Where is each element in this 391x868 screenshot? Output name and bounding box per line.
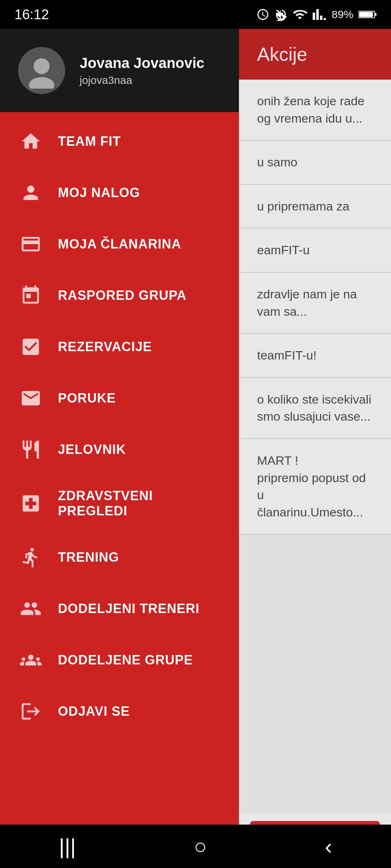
- list-item-text: eamFIT-u: [257, 243, 310, 257]
- svg-point-3: [34, 58, 50, 74]
- sidebar-item-trening[interactable]: TRENING: [0, 532, 239, 583]
- home-button[interactable]: ○: [179, 827, 221, 866]
- logout-icon: [18, 699, 43, 724]
- user-profile[interactable]: Jovana Jovanovic jojova3naa: [0, 29, 239, 112]
- list-item: u pripremama za: [239, 185, 391, 229]
- sidebar-label-odjavi-se: ODJAVI SE: [58, 704, 130, 719]
- sidebar-label-moja-clanarina: MOJA ČLANARINA: [58, 237, 181, 252]
- wifi-icon: [293, 7, 307, 22]
- recent-apps-button[interactable]: |||: [45, 827, 91, 866]
- sidebar-label-dodeljene-grupe: DODELJENE GRUPE: [58, 652, 193, 668]
- mail-icon: [18, 386, 43, 411]
- sidebar-label-poruke: PORUKE: [58, 391, 116, 406]
- sidebar-item-zdravstveni-pregledi[interactable]: ZDRAVSTVENI PREGLEDI: [0, 475, 239, 532]
- home-icon: [18, 129, 43, 154]
- sidebar-item-poruke[interactable]: PORUKE: [0, 373, 239, 424]
- sidebar-label-zdravstveni-pregledi: ZDRAVSTVENI PREGLEDI: [58, 488, 221, 519]
- calendar-icon: [18, 283, 43, 308]
- user-name: Jovana Jovanovic: [80, 55, 205, 71]
- sidebar-item-moj-nalog[interactable]: MOJ NALOG: [0, 167, 239, 218]
- sidebar-item-dodeljene-grupe[interactable]: DODELJENE GRUPE: [0, 634, 239, 686]
- sidebar-item-rezervacije[interactable]: REZERVACIJE: [0, 321, 239, 373]
- status-icons: 89%: [256, 7, 377, 22]
- sidebar-item-dodeljeni-treneri[interactable]: DODELJENI TRENERI: [0, 583, 239, 634]
- main-container: Jovana Jovanovic jojova3naa TEAM FIT MOJ…: [0, 29, 391, 868]
- content-header-title: Akcije: [257, 43, 307, 65]
- battery-icon: [358, 9, 377, 20]
- alarm-icon: [256, 8, 269, 21]
- sidebar-item-team-fit[interactable]: TEAM FIT: [0, 116, 239, 167]
- user-info: Jovana Jovanovic jojova3naa: [80, 55, 205, 86]
- list-item: teamFIT-u!: [239, 334, 391, 378]
- content-header: Akcije: [239, 29, 391, 80]
- person-workout-icon: [18, 545, 43, 570]
- status-bar: 16:12 89%: [0, 0, 391, 29]
- nav-list: TEAM FIT MOJ NALOG MOJA ČLANARINA: [0, 112, 239, 868]
- sidebar-label-trening: TRENING: [58, 550, 119, 565]
- back-button[interactable]: ‹: [310, 827, 346, 866]
- sidebar-item-odjavi-se[interactable]: ODJAVI SE: [0, 686, 239, 737]
- avatar-icon: [24, 52, 60, 89]
- list-item-text: MART !pripremio popust odu članarinu.Ume…: [257, 454, 366, 519]
- list-item-text: o koliko ste iscekivalismo slusajuci vas…: [257, 392, 371, 424]
- fork-icon: [18, 437, 43, 462]
- list-item: eamFIT-u: [239, 229, 391, 273]
- sidebar-label-dodeljeni-treneri: DODELJENI TRENERI: [58, 601, 199, 616]
- avatar: [18, 47, 65, 94]
- sidebar-label-raspored-grupa: RASPORED GRUPA: [58, 288, 186, 303]
- checkmark-icon: [18, 334, 43, 359]
- list-item: onih žena koje radeog vremena idu u...: [239, 80, 391, 141]
- list-item: u samo: [239, 141, 391, 185]
- group-icon: [18, 596, 43, 621]
- sidebar-label-jelovnik: JELOVNIK: [58, 442, 126, 457]
- list-item: zdravlje nam je navam sa...: [239, 273, 391, 334]
- svg-point-4: [29, 77, 54, 89]
- person-icon: [18, 180, 43, 205]
- sidebar-label-team-fit: TEAM FIT: [58, 134, 121, 149]
- medkit-icon: [18, 491, 43, 516]
- card-icon: [18, 231, 43, 257]
- sidebar-item-moja-clanarina[interactable]: MOJA ČLANARINA: [0, 218, 239, 270]
- sidebar-label-moj-nalog: MOJ NALOG: [58, 185, 140, 200]
- sidebar: Jovana Jovanovic jojova3naa TEAM FIT MOJ…: [0, 29, 239, 868]
- sidebar-item-jelovnik[interactable]: JELOVNIK: [0, 424, 239, 475]
- list-item: o koliko ste iscekivalismo slusajuci vas…: [239, 378, 391, 439]
- mute-icon: [274, 8, 287, 21]
- sidebar-label-rezervacije: REZERVACIJE: [58, 339, 152, 354]
- signal-icon: [312, 7, 327, 22]
- battery-level: 89%: [332, 8, 353, 21]
- content-list: onih žena koje radeog vremena idu u... u…: [239, 80, 391, 814]
- list-item-text: teamFIT-u!: [257, 348, 316, 362]
- content-area: Akcije onih žena koje radeog vremena idu…: [239, 29, 391, 868]
- list-item-text: u samo: [257, 155, 298, 169]
- sidebar-item-raspored-grupa[interactable]: RASPORED GRUPA: [0, 270, 239, 321]
- svg-rect-1: [375, 13, 377, 16]
- group2-icon: [18, 647, 43, 673]
- list-item-text: onih žena koje radeog vremena idu u...: [257, 94, 365, 125]
- svg-rect-2: [359, 12, 373, 17]
- list-item-text: zdravlje nam je navam sa...: [257, 287, 357, 318]
- user-username: jojova3naa: [80, 74, 205, 86]
- nav-bar: ||| ○ ‹: [0, 825, 391, 868]
- status-time: 16:12: [14, 7, 49, 22]
- list-item: MART !pripremio popust odu članarinu.Ume…: [239, 439, 391, 535]
- list-item-text: u pripremama za: [257, 199, 349, 213]
